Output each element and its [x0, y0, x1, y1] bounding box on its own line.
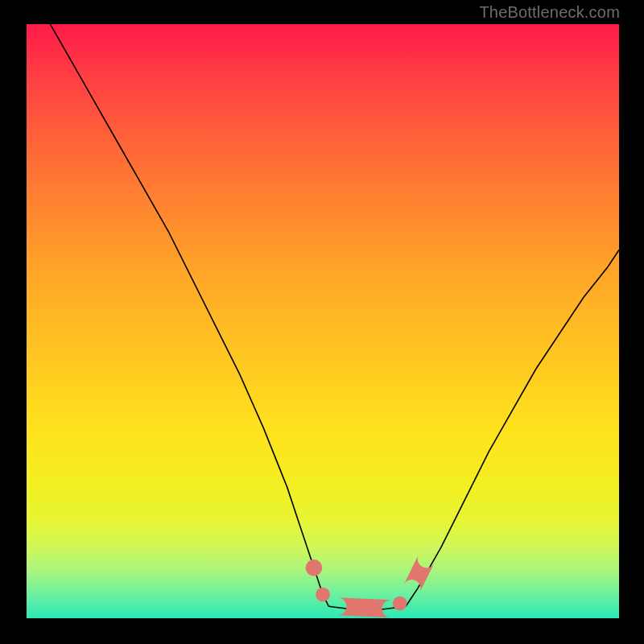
marker-dot: [393, 597, 407, 611]
marker-dot: [306, 559, 323, 576]
marker-group: [306, 555, 435, 617]
curve-right: [406, 250, 619, 606]
marker-dot: [316, 588, 330, 602]
watermark-text: TheBottleneck.com: [479, 3, 620, 22]
chart-frame: TheBottleneck.com: [0, 0, 644, 644]
curve-left: [50, 24, 328, 606]
plot-area: [27, 24, 619, 618]
marker-pill: [337, 597, 391, 617]
chart-svg: [27, 24, 619, 618]
curve-group: [50, 24, 619, 609]
